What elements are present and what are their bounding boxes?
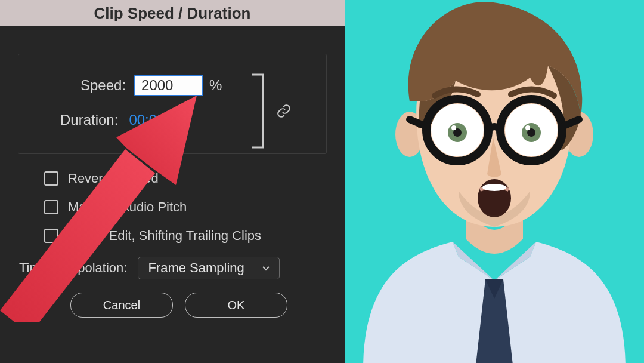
svg-point-11 (451, 125, 456, 130)
link-icon[interactable] (276, 103, 292, 119)
chevron-down-icon (261, 263, 271, 273)
speed-duration-group: Speed: % Duration: 00:03:52 (18, 54, 327, 154)
speed-unit: % (209, 77, 222, 94)
checkbox-label: Ripple Edit, Shifting Trailing Clips (68, 228, 261, 244)
duration-label: Duration: (60, 112, 118, 128)
duration-row: Duration: 00:03:52 (30, 112, 314, 128)
cancel-button[interactable]: Cancel (70, 293, 173, 318)
dialog-buttons: Cancel OK (70, 293, 334, 318)
checkbox-label: Reverse Speed (68, 171, 159, 186)
reverse-speed-checkbox[interactable]: Reverse Speed (44, 171, 334, 186)
thumbnail-person-panel (345, 0, 644, 363)
maintain-audio-pitch-checkbox[interactable]: Maintain Audio Pitch (44, 199, 334, 215)
checkbox-box (44, 171, 58, 186)
select-value: Frame Sampling (148, 260, 244, 276)
ripple-edit-checkbox[interactable]: Ripple Edit, Shifting Trailing Clips (44, 228, 334, 244)
time-interpolation-label: Time Interpolation: (19, 260, 127, 276)
dialog-title: Clip Speed / Duration (0, 0, 345, 26)
time-interpolation-row: Time Interpolation: Frame Sampling (19, 257, 334, 279)
surprised-person (345, 0, 644, 363)
svg-point-14 (482, 184, 506, 191)
time-interpolation-select[interactable]: Frame Sampling (138, 257, 280, 279)
speed-label: Speed: (80, 77, 126, 94)
checkbox-box (44, 200, 58, 214)
checkbox-list: Reverse Speed Maintain Audio Pitch Rippl… (44, 171, 334, 244)
clip-speed-dialog: Clip Speed / Duration Speed: % Duration:… (0, 0, 345, 363)
checkbox-box (44, 229, 58, 243)
speed-input[interactable] (134, 75, 203, 96)
ok-button[interactable]: OK (185, 293, 287, 318)
svg-point-12 (525, 125, 530, 130)
checkbox-label: Maintain Audio Pitch (68, 199, 187, 215)
duration-value[interactable]: 00:03:52 (129, 112, 184, 128)
speed-row: Speed: % (30, 75, 314, 96)
